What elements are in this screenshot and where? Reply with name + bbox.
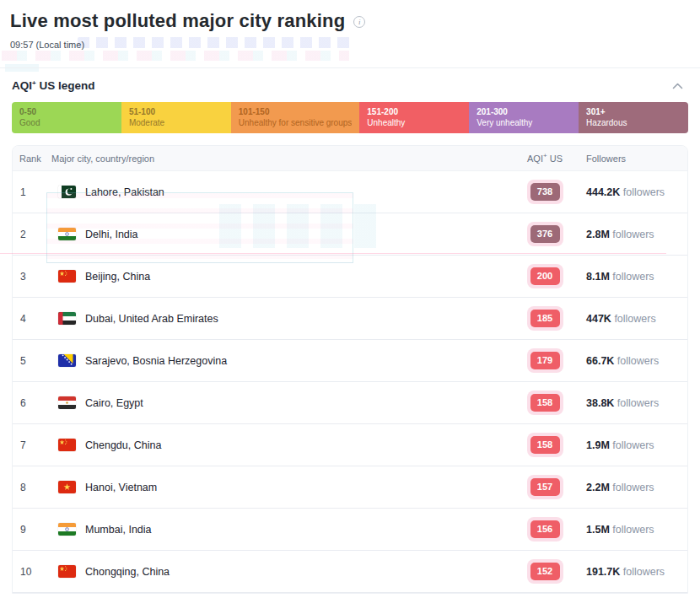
table-row[interactable]: 2 Delhi, India 376 2.8M followers [13, 213, 687, 256]
followers-cell: 1.5M followers [574, 524, 687, 536]
city-cell: Lahore, Pakistan [51, 186, 515, 198]
table-row[interactable]: 6 Cairo, Egypt 158 38.8K followers [13, 382, 687, 424]
followers-cell: 38.8K followers [574, 397, 687, 409]
aqi-legend-section: AQI+ US legend 0-50 Good 51-100 Moderate… [0, 67, 700, 133]
info-icon[interactable]: i [353, 16, 365, 28]
legend-band-good: 0-50 Good [12, 102, 121, 133]
followers-suffix: followers [623, 566, 665, 578]
city-link[interactable]: Beijing, China [85, 271, 150, 283]
followers-cell: 1.9M followers [574, 439, 687, 451]
rank-cell: 7 [13, 439, 51, 451]
aqi-badge: 152 [530, 563, 560, 580]
legend-band-very-unhealthy: 201-300 Very unhealthy [469, 102, 579, 133]
flag-bosnia-icon [58, 354, 76, 367]
followers-value: 2.2M [586, 482, 610, 493]
city-link[interactable]: Dubai, United Arab Emirates [85, 313, 218, 325]
local-time-label: 09:57 (Local time) [10, 40, 688, 50]
flag-pakistan-icon [58, 186, 76, 198]
followers-suffix: followers [612, 524, 654, 536]
table-row[interactable]: 3 Beijing, China 200 8.1M followers [13, 256, 687, 298]
followers-cell: 2.2M followers [574, 482, 687, 493]
aqi-badge: 158 [530, 436, 560, 454]
followers-cell: 444.2K followers [574, 186, 687, 198]
followers-value: 8.1M [586, 271, 610, 283]
city-link[interactable]: Mumbai, India [85, 524, 152, 536]
page-title: Live most polluted major city ranking [10, 10, 345, 32]
followers-suffix: followers [612, 271, 654, 283]
followers-cell: 8.1M followers [574, 271, 687, 283]
table-header-row: Rank Major city, country/region AQI+ US … [13, 146, 687, 171]
followers-value: 444.2K [586, 186, 620, 198]
aqi-badge: 156 [530, 520, 560, 538]
followers-cell: 66.7K followers [574, 355, 687, 367]
table-row[interactable]: 1 Lahore, Pakistan 738 444.2K followers [13, 171, 687, 213]
followers-cell: 2.8M followers [574, 229, 687, 240]
aqi-cell: 200 [515, 264, 574, 288]
legend-band-moderate: 51-100 Moderate [121, 102, 231, 133]
city-cell: Beijing, China [51, 270, 515, 283]
flag-china-icon [58, 565, 76, 578]
followers-value: 191.7K [586, 566, 620, 578]
table-row[interactable]: 8 Hanoi, Vietnam 157 2.2M followers [13, 466, 687, 509]
table-row[interactable]: 7 Chengdu, China 158 1.9M followers [13, 424, 687, 466]
followers-value: 447K [586, 313, 611, 325]
table-row[interactable]: 4 Dubai, United Arab Emirates 185 447K f… [13, 298, 687, 340]
followers-suffix: followers [623, 186, 665, 198]
followers-value: 1.5M [586, 524, 610, 536]
rank-cell: 2 [13, 229, 51, 240]
followers-cell: 447K followers [574, 313, 687, 325]
city-cell: Chongqing, China [51, 565, 515, 578]
followers-suffix: followers [614, 313, 655, 325]
followers-suffix: followers [617, 355, 659, 367]
followers-suffix: followers [612, 482, 654, 493]
aqi-cell: 152 [515, 559, 574, 584]
followers-value: 2.8M [586, 229, 610, 240]
legend-color-strip: 0-50 Good 51-100 Moderate 101-150 Unheal… [12, 102, 688, 133]
rank-cell: 1 [13, 186, 51, 198]
aqi-cell: 376 [515, 222, 574, 246]
flag-vietnam-icon [58, 481, 76, 493]
legend-band-hazardous: 301+ Hazardous [579, 102, 688, 133]
aqi-badge: 738 [530, 183, 560, 201]
rank-cell: 5 [13, 355, 51, 367]
header-rank: Rank [13, 154, 51, 164]
aqi-badge: 185 [530, 310, 560, 327]
flag-china-icon [58, 439, 76, 451]
followers-value: 1.9M [586, 439, 610, 451]
aqi-badge: 376 [530, 225, 560, 243]
header-city: Major city, country/region [51, 154, 515, 164]
city-link[interactable]: Sarajevo, Bosnia Herzegovina [85, 355, 227, 367]
flag-egypt-icon [58, 396, 76, 409]
city-cell: Mumbai, India [51, 523, 515, 536]
followers-value: 38.8K [586, 397, 614, 409]
city-cell: Cairo, Egypt [51, 396, 515, 409]
city-cell: Hanoi, Vietnam [51, 481, 515, 493]
city-link[interactable]: Chongqing, China [85, 566, 170, 578]
aqi-cell: 738 [515, 180, 574, 204]
header-aqi: AQI+ US [515, 154, 574, 164]
aqi-cell: 158 [515, 433, 574, 457]
rank-cell: 8 [13, 482, 51, 493]
city-link[interactable]: Cairo, Egypt [85, 397, 143, 409]
header-followers: Followers [574, 154, 687, 164]
aqi-cell: 185 [515, 306, 574, 331]
table-row[interactable]: 10 Chongqing, China 152 191.7K followers [13, 551, 687, 593]
flag-uae-icon [58, 312, 76, 325]
rank-cell: 4 [13, 313, 51, 325]
table-row[interactable]: 5 Sarajevo, Bosnia Herzegovina 179 66.7K… [13, 340, 687, 382]
aqi-cell: 179 [515, 348, 574, 373]
city-link[interactable]: Delhi, India [85, 229, 138, 240]
aqi-badge: 200 [530, 267, 560, 285]
polluted-city-ranking-page: Live most polluted major city ranking i … [0, 0, 700, 598]
city-link[interactable]: Lahore, Pakistan [85, 186, 164, 198]
city-link[interactable]: Chengdu, China [85, 439, 161, 451]
chevron-up-icon[interactable] [667, 78, 688, 94]
page-header: Live most polluted major city ranking i … [0, 0, 700, 50]
render-artifact [2, 51, 349, 61]
followers-suffix: followers [612, 229, 654, 240]
followers-value: 66.7K [586, 355, 614, 367]
city-link[interactable]: Hanoi, Vietnam [85, 482, 157, 493]
table-row[interactable]: 9 Mumbai, India 156 1.5M followers [13, 509, 687, 551]
followers-suffix: followers [617, 397, 659, 409]
ranking-table: Rank Major city, country/region AQI+ US … [12, 145, 688, 594]
